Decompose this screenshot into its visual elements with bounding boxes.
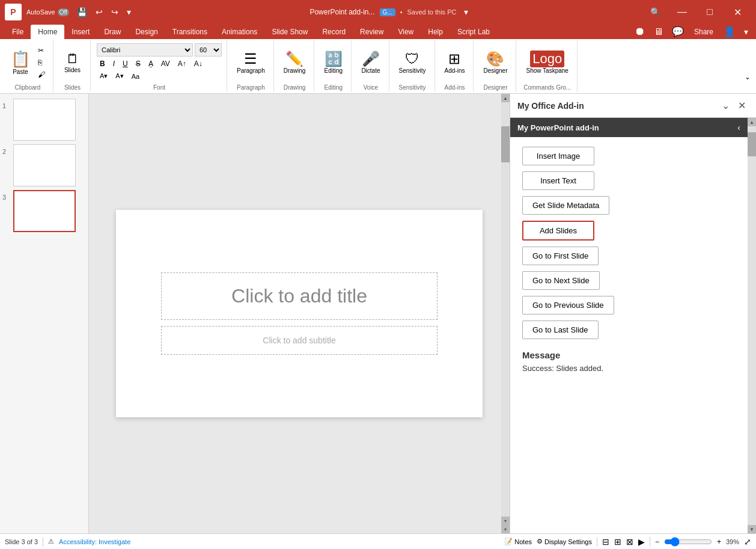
copy-button[interactable]: ⎘ — [35, 57, 48, 68]
tab-animations[interactable]: Animations — [215, 25, 264, 39]
maximize-button[interactable]: □ — [696, 0, 724, 24]
font-controls: Calibri 60 B I U S A̤ AV A↑ A↓ — [97, 41, 222, 83]
ribbon-user-btn[interactable]: 👤 — [721, 24, 739, 39]
slideshow-button[interactable]: ▶ — [638, 537, 645, 547]
close-button[interactable]: ✕ — [724, 0, 751, 24]
addin-container: My PowerPoint add-in ‹ Insert Image Inse… — [510, 118, 756, 533]
ribbon-more-btn[interactable]: ⌄ — [742, 72, 754, 82]
main-area: 1 2 3 ▲ ▾ ▾ Click to add title Cl — [0, 94, 756, 533]
addin-message-text: Success: Slides added. — [522, 364, 736, 373]
autosave-toggle[interactable]: Off — [58, 8, 69, 16]
addin-panel-title: My Office Add-in — [517, 101, 584, 111]
slide-thumb-1[interactable] — [13, 99, 76, 141]
ribbon-comment-btn[interactable]: 💬 — [669, 24, 687, 39]
zoom-out-button[interactable]: − — [655, 538, 659, 546]
shadow-button[interactable]: A̤ — [145, 58, 156, 69]
redo-button[interactable]: ↪ — [108, 6, 121, 18]
tab-record[interactable]: Record — [315, 25, 353, 39]
go-to-last-slide-button[interactable]: Go to Last Slide — [522, 321, 599, 339]
dictate-button[interactable]: 🎤 Dictate — [358, 49, 383, 76]
slide-subtitle-box[interactable]: Click to add subtitle — [161, 326, 437, 355]
font-size-select[interactable]: 60 — [195, 43, 222, 57]
get-slide-metadata-button[interactable]: Get Slide Metadata — [522, 196, 609, 215]
slide-thumb-2[interactable] — [13, 144, 76, 186]
designer-button[interactable]: 🎨 Designer — [480, 49, 511, 76]
addin-close-button[interactable]: ✕ — [735, 99, 749, 112]
save-button[interactable]: 💾 — [74, 6, 90, 18]
addin-sidebar-collapse[interactable]: ‹ — [737, 123, 740, 132]
tab-help[interactable]: Help — [421, 25, 450, 39]
highlight-btn[interactable]: A▾ — [97, 71, 111, 81]
normal-view-button[interactable]: ⊟ — [602, 537, 609, 547]
tab-review[interactable]: Review — [353, 25, 391, 39]
font-face-select[interactable]: Calibri — [97, 43, 193, 57]
cut-button[interactable]: ✂ — [35, 45, 48, 56]
drawing-button[interactable]: ✏️ Drawing — [280, 49, 309, 76]
font-color-btn[interactable]: A▾ — [112, 71, 126, 81]
scroll-track — [501, 102, 510, 517]
addin-collapse-button[interactable]: ⌄ — [719, 99, 733, 112]
customize-toolbar-button[interactable]: ▾ — [124, 6, 134, 18]
display-settings-button[interactable]: ⚙ Display Settings — [537, 538, 592, 545]
decrease-font-button[interactable]: A↓ — [191, 58, 206, 69]
tab-home[interactable]: Home — [31, 25, 64, 39]
scroll-thumb[interactable] — [501, 126, 510, 162]
tab-view[interactable]: View — [391, 25, 421, 39]
go-to-next-slide-button[interactable]: Go to Next Slide — [522, 271, 600, 290]
ribbon-group-addins: ⊞ Add-ins Add-ins — [436, 40, 474, 92]
slide-title-box[interactable]: Click to add title — [161, 272, 437, 320]
paragraph-button[interactable]: ☰ Paragraph — [233, 49, 269, 76]
accessibility-text[interactable]: Accessibility: Investigate — [59, 538, 130, 545]
ribbon-collapse-btn[interactable]: ▾ — [741, 24, 751, 39]
addin-scroll-up[interactable]: ▲ — [748, 118, 756, 126]
strikethrough-button[interactable]: S — [133, 58, 144, 69]
insert-text-button[interactable]: Insert Text — [522, 171, 594, 190]
paste-icon: 📋 — [11, 50, 30, 69]
ribbon-share-btn[interactable]: Share — [689, 24, 718, 39]
paste-button[interactable]: 📋 Paste — [7, 48, 34, 77]
scroll-down-arrow2[interactable]: ▾ — [501, 525, 510, 533]
scroll-up[interactable]: ▲ — [501, 94, 510, 102]
addins-button[interactable]: ⊞ Add-ins — [441, 49, 469, 76]
sensitivity-button[interactable]: 🛡 Sensitivity — [395, 49, 430, 76]
zoom-slider[interactable] — [664, 537, 712, 547]
undo-button[interactable]: ↩ — [93, 6, 106, 18]
tab-file[interactable]: File — [5, 25, 31, 39]
add-slides-button[interactable]: Add Slides — [522, 221, 594, 241]
new-slide-button[interactable]: 🗒 Slides — [61, 49, 85, 75]
go-to-first-slide-button[interactable]: Go to First Slide — [522, 247, 599, 265]
format-painter-button[interactable]: 🖌 — [35, 69, 48, 80]
tab-slideshow[interactable]: Slide Show — [264, 25, 315, 39]
slide-sorter-button[interactable]: ⊞ — [614, 537, 621, 547]
voice-group-label: Voice — [364, 84, 378, 91]
slide-thumb-3[interactable] — [13, 190, 76, 232]
save-status-dropdown[interactable]: ▾ — [461, 6, 471, 18]
ribbon-record-btn[interactable]: ⏺ — [632, 24, 648, 39]
tab-transitions[interactable]: Transitions — [165, 25, 215, 39]
status-sep-1 — [43, 537, 43, 547]
case-btn[interactable]: Aa — [129, 72, 142, 81]
increase-font-button[interactable]: A↑ — [175, 58, 189, 69]
reading-view-button[interactable]: ⊠ — [626, 537, 633, 547]
tab-scriptlab[interactable]: Script Lab — [450, 25, 497, 39]
italic-button[interactable]: I — [110, 58, 118, 69]
fit-slide-button[interactable]: ⤢ — [744, 537, 751, 547]
addin-scroll-down[interactable]: ▼ — [748, 525, 756, 533]
tab-insert[interactable]: Insert — [64, 25, 97, 39]
scroll-down-arrow1[interactable]: ▾ — [501, 517, 510, 525]
tab-draw[interactable]: Draw — [97, 25, 128, 39]
bold-button[interactable]: B — [97, 58, 108, 69]
go-to-previous-slide-button[interactable]: Go to Previous Slide — [522, 296, 614, 314]
insert-image-button[interactable]: Insert Image — [522, 147, 594, 165]
char-spacing-button[interactable]: AV — [158, 58, 173, 69]
minimize-button[interactable]: — — [668, 0, 696, 24]
search-button[interactable]: 🔍 — [647, 6, 663, 18]
editing-button[interactable]: 🔡 Editing — [321, 49, 347, 76]
zoom-in-button[interactable]: + — [717, 538, 721, 546]
tab-design[interactable]: Design — [128, 25, 165, 39]
show-taskpane-button[interactable]: Logo Show Taskpane — [522, 49, 572, 76]
addin-scroll-thumb[interactable] — [748, 132, 756, 156]
notes-button[interactable]: 📝 Notes — [504, 538, 532, 545]
ribbon-present-btn[interactable]: 🖥 — [651, 24, 666, 39]
underline-button[interactable]: U — [120, 58, 131, 69]
